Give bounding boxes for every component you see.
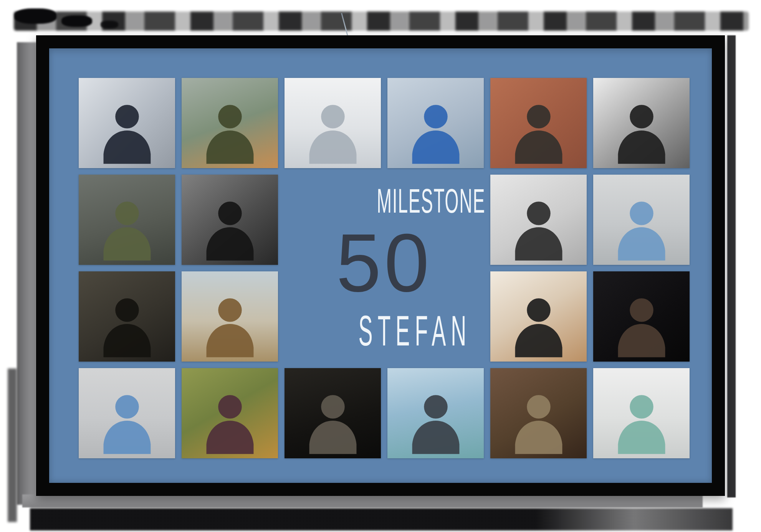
frame-cast-shadow-bottom	[22, 494, 703, 507]
ink-smudge	[15, 8, 57, 24]
photo-man-shawl-sweater-dark	[285, 368, 381, 458]
frame-side-edge	[727, 35, 736, 497]
person-silhouette-icon	[607, 89, 676, 168]
celebrant-name: STEFAN	[285, 310, 484, 352]
photo-bw-older-man-chin	[182, 175, 278, 265]
ink-smudge	[101, 21, 118, 28]
person-silhouette-icon	[401, 380, 470, 458]
person-silhouette-icon	[504, 380, 573, 458]
photo-man-phone-brick-wall	[490, 78, 587, 168]
photo-bald-man-denim-smile	[593, 175, 690, 265]
person-silhouette-icon	[401, 89, 470, 168]
person-silhouette-icon	[195, 283, 265, 362]
photo-older-man-denim-standing	[79, 368, 175, 458]
mockup-page: MILESTONE BIRTHDAY 50 STEFAN	[0, 0, 761, 532]
person-silhouette-icon	[607, 380, 676, 458]
ink-smudge	[61, 15, 92, 27]
left-shadow-streak	[8, 368, 17, 522]
person-silhouette-icon	[195, 380, 265, 458]
poster-frame: MILESTONE BIRTHDAY 50 STEFAN	[36, 35, 725, 496]
bottom-shadow-band	[30, 508, 733, 530]
person-silhouette-icon	[504, 89, 573, 168]
person-silhouette-icon	[298, 380, 367, 458]
frame-cast-shadow-left	[17, 42, 37, 505]
photo-bw-laughing-glasses	[490, 175, 587, 265]
photo-person-canon-camera	[490, 271, 587, 362]
photo-older-man-workshop	[490, 368, 587, 458]
birthday-collage-poster: MILESTONE BIRTHDAY 50 STEFAN	[49, 48, 712, 483]
person-silhouette-icon	[195, 186, 265, 265]
photo-bearded-man-misty	[79, 175, 175, 265]
photo-man-blue-jacket	[387, 78, 484, 168]
photo-man-arms-crossed	[285, 78, 381, 168]
photo-bw-man-hoodie-snow	[593, 78, 690, 168]
person-silhouette-icon	[504, 283, 573, 362]
person-silhouette-icon	[607, 186, 676, 265]
person-silhouette-icon	[504, 186, 573, 265]
photo-man-maroon-vneck-bokeh	[182, 368, 278, 458]
person-silhouette-icon	[92, 380, 162, 458]
person-silhouette-icon	[92, 186, 162, 265]
poster-text-area: MILESTONE BIRTHDAY 50 STEFAN	[285, 175, 484, 362]
milestone-age: 50	[285, 221, 484, 304]
top-shadow-smudge	[14, 12, 749, 31]
photo-man-wide-brim-hat	[79, 271, 175, 362]
photo-dark-profile-portrait	[593, 271, 690, 362]
photo-man-glasses-suit	[79, 78, 175, 168]
person-silhouette-icon	[195, 89, 265, 168]
person-silhouette-icon	[298, 89, 367, 168]
person-silhouette-icon	[92, 89, 162, 168]
person-silhouette-icon	[92, 283, 162, 362]
poster-heading: MILESTONE BIRTHDAY	[285, 184, 484, 218]
photo-man-sunglasses-desert	[182, 271, 278, 362]
photo-curly-man-floral-shirt	[593, 368, 690, 458]
photo-saxophone-player	[387, 368, 484, 458]
photo-man-cap-mountains	[182, 78, 278, 168]
person-silhouette-icon	[607, 283, 676, 362]
